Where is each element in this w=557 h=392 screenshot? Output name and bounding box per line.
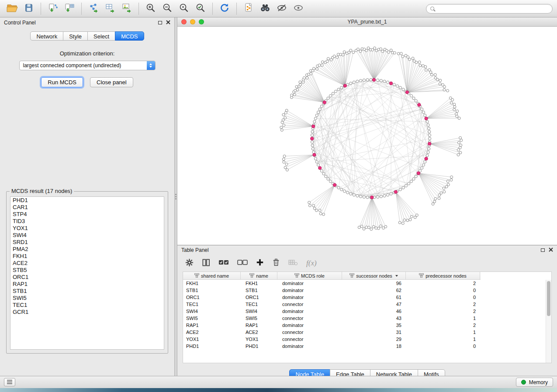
import-table-icon (64, 3, 75, 15)
search-icon (430, 7, 434, 10)
search-input[interactable] (437, 6, 548, 12)
export-image-button[interactable] (119, 2, 135, 15)
sort-caret-icon[interactable] (395, 275, 398, 277)
tab-select[interactable]: Select (87, 31, 115, 41)
delete-column-button[interactable] (272, 258, 280, 268)
mcds-result-item[interactable]: SRD1 (10, 239, 164, 246)
table-settings-button[interactable] (185, 258, 194, 268)
apply-layout-button[interactable] (217, 2, 232, 15)
table-row[interactable]: RAP1RAP1dominator352 (183, 322, 551, 329)
zoom-out-button[interactable] (159, 2, 175, 15)
table-row[interactable]: YOX1YOX1connector291 (183, 336, 551, 343)
column-tree-icon (419, 273, 424, 279)
clear-table-button (288, 259, 298, 268)
mcds-result-item[interactable]: ACE2 (10, 260, 164, 267)
network-view[interactable] (177, 27, 557, 245)
show-graphics-button[interactable] (291, 2, 306, 15)
export-table-button[interactable] (102, 2, 118, 15)
network-graph[interactable] (177, 27, 557, 245)
table-row[interactable]: PHD1PHD1dominator180 (183, 343, 551, 350)
mcds-result-item[interactable]: PHD1 (10, 197, 164, 204)
cell-successor-nodes: 18 (342, 344, 406, 349)
zoom-in-button[interactable] (143, 2, 159, 15)
mcds-result-item[interactable]: SWI5 (10, 295, 164, 302)
panel-menu-button[interactable] (4, 378, 15, 386)
mcds-result-item[interactable]: FKH1 (10, 253, 164, 260)
cell-shared-name: YOX1 (183, 337, 241, 342)
column-header-successor-nodes[interactable]: successor nodes (342, 272, 406, 279)
network-window-titlebar[interactable]: YPA_prune.txt_1 (177, 17, 557, 27)
import-network-button[interactable] (45, 2, 61, 15)
column-tree-icon (349, 273, 354, 279)
mcds-result-item[interactable]: TEC1 (10, 302, 164, 309)
mcds-result-item[interactable]: RAP1 (10, 281, 164, 288)
select-all-columns-button[interactable] (218, 259, 229, 268)
cell-name: SWI4 (241, 309, 277, 314)
float-table-panel-icon[interactable] (541, 248, 545, 252)
table-row[interactable]: ACE2ACE2connector311 (183, 329, 551, 336)
zoom-fit-button[interactable] (193, 2, 208, 15)
column-header-name[interactable]: name (241, 272, 277, 279)
table-row[interactable]: FKH1FKH1dominator962 (183, 280, 551, 287)
minimize-window-icon[interactable] (190, 19, 195, 24)
column-header-predecessor-nodes[interactable]: predecessor nodes (406, 272, 480, 279)
run-mcds-button[interactable]: Run MCDS (41, 77, 83, 87)
table-vertical-scrollbar[interactable] (546, 280, 551, 363)
deselect-all-columns-button[interactable] (237, 259, 248, 268)
cell-predecessor-nodes: 1 (406, 337, 480, 342)
mcds-result-item[interactable]: TID3 (10, 218, 164, 225)
cell-MCDS-role: dominator (277, 295, 342, 300)
save-session-button[interactable] (21, 2, 37, 15)
toolbar-separator (41, 3, 41, 15)
mcds-result-list[interactable]: PHD1CAR1STP4TID3YOX1SWI4SRD1PMA2FKH1ACE2… (10, 196, 164, 350)
mcds-result-item[interactable]: SWI4 (10, 232, 164, 239)
tab-mcds[interactable]: MCDS (115, 31, 144, 41)
table-row[interactable]: STB1STB1dominator620 (183, 287, 551, 294)
mcds-result-item[interactable]: ORC1 (10, 274, 164, 281)
column-header-MCDS-role[interactable]: MCDS role (277, 272, 342, 279)
tab-network[interactable]: Network (30, 31, 63, 41)
mcds-result-item[interactable]: STP4 (10, 211, 164, 218)
add-column-button[interactable] (256, 258, 264, 268)
maximize-window-icon[interactable] (199, 19, 204, 24)
selected-criterion-value: largest connected component (undirected) (20, 62, 147, 69)
float-panel-icon[interactable] (158, 21, 162, 24)
mcds-result-item[interactable]: YOX1 (10, 225, 164, 232)
open-file-button[interactable] (4, 2, 20, 15)
splitter-handle-icon[interactable] (175, 193, 176, 200)
optimization-criterion-select[interactable]: largest connected component (undirected) (19, 61, 156, 70)
find-network-button[interactable] (257, 2, 273, 15)
import-table-button[interactable] (62, 2, 77, 15)
column-tree-icon (194, 273, 199, 279)
scrollbar-thumb[interactable] (547, 281, 550, 316)
cell-shared-name: STB1 (183, 288, 241, 293)
zoom-in-icon (146, 3, 156, 14)
tab-style[interactable]: Style (63, 31, 88, 41)
close-panel-button[interactable]: Close panel (90, 77, 133, 87)
mcds-result-item[interactable]: GCR1 (10, 309, 164, 316)
table-row[interactable]: ORC1ORC1dominator610 (183, 294, 551, 301)
refresh-arrows-icon (219, 3, 230, 15)
mcds-result-item[interactable]: STB1 (10, 288, 164, 295)
share-network-document-button[interactable] (241, 2, 256, 15)
mcds-result-item[interactable]: PMA2 (10, 246, 164, 253)
mcds-result-item[interactable]: CAR1 (10, 204, 164, 211)
table-row[interactable]: SWI4SWI4dominator462 (183, 308, 551, 315)
column-header-shared-name[interactable]: shared name (183, 272, 241, 279)
hide-selected-button[interactable] (274, 2, 290, 15)
close-table-panel-icon[interactable] (549, 247, 553, 253)
export-network-button[interactable] (86, 2, 101, 15)
table-row[interactable]: SWI5SWI5connector431 (183, 315, 551, 322)
close-panel-icon[interactable] (166, 20, 170, 26)
global-search-box[interactable] (426, 4, 553, 14)
zoom-actual-size-button[interactable] (176, 2, 192, 15)
control-panel-tabs: NetworkStyleSelectMCDS (30, 31, 144, 41)
memory-button[interactable]: Memory (516, 378, 553, 387)
close-window-icon[interactable] (181, 19, 187, 24)
table-row[interactable]: TEC1TEC1connector472 (183, 301, 551, 308)
mcds-result-item[interactable]: STB5 (10, 267, 164, 274)
node-table[interactable]: shared namenameMCDS rolesuccessor nodesp… (183, 272, 552, 363)
memory-label: Memory (529, 379, 548, 385)
cell-MCDS-role: dominator (277, 309, 342, 314)
show-columns-button[interactable] (202, 258, 210, 268)
